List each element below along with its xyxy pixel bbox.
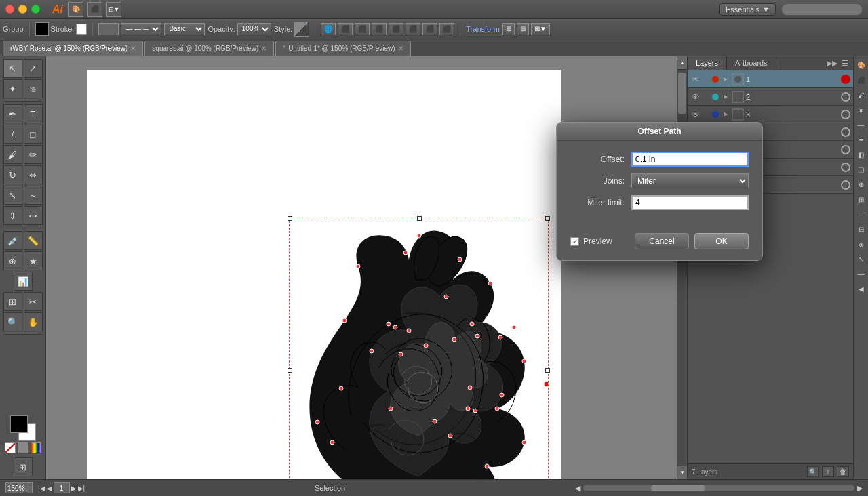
vertical-scrollbar[interactable]: ▲ ▼ — [677, 56, 687, 479]
layer-target-1[interactable] — [841, 75, 850, 84]
align-btn[interactable]: ⬛ — [338, 23, 353, 35]
gradient-btn[interactable]: ◧ — [855, 148, 867, 161]
tab-rwby-close[interactable]: ✕ — [130, 45, 136, 52]
add-layer-btn[interactable]: + — [822, 466, 834, 477]
layer-target-3[interactable] — [841, 110, 850, 119]
layer-target-5[interactable] — [841, 145, 850, 154]
globe-btn[interactable]: 🌐 — [321, 23, 336, 35]
scroll-left-btn[interactable]: ◀ — [575, 484, 580, 493]
nav-first-btn[interactable]: |◀ — [38, 484, 45, 492]
gray-swatch[interactable] — [18, 442, 28, 453]
transparency-btn[interactable]: ◫ — [855, 163, 867, 175]
miter-input[interactable] — [631, 195, 749, 210]
reflect-tool[interactable]: ⇔ — [24, 165, 43, 184]
slice-tool[interactable]: ✂ — [24, 292, 43, 311]
layer-row-3[interactable]: 👁 ▶ 3 — [688, 106, 853, 123]
style-swatch[interactable] — [294, 22, 309, 37]
rotate-tool[interactable]: ↻ — [3, 165, 22, 184]
transform-link[interactable]: Transform — [466, 25, 500, 33]
stroke-width-input[interactable] — [98, 23, 119, 35]
column-graph-tool[interactable]: 📊 — [14, 272, 33, 291]
layer-expand-1[interactable]: ▶ — [722, 76, 730, 82]
layers-tab[interactable]: Layers — [688, 56, 727, 70]
arrange-icon[interactable]: ⊞▼ — [106, 2, 121, 17]
preview-checkbox[interactable]: ✓ — [570, 237, 579, 246]
color-swatch[interactable] — [31, 442, 41, 453]
symbol-tool[interactable]: ★ — [24, 251, 43, 270]
align2-btn[interactable]: ⬛ — [355, 23, 370, 35]
stroke-panel-btn[interactable]: ✒ — [855, 133, 867, 146]
scroll-down[interactable]: ▼ — [677, 466, 687, 479]
stroke-swatch[interactable] — [76, 24, 87, 35]
warp-tool[interactable]: ~ — [24, 186, 43, 205]
layer-target-6[interactable] — [841, 163, 850, 172]
layer-expand-3[interactable]: ▶ — [722, 111, 730, 117]
color-panel-btn[interactable]: 🎨 — [855, 59, 867, 71]
lasso-tool[interactable]: ⌾ — [24, 79, 43, 98]
pen-tool[interactable]: ✒ — [3, 104, 22, 123]
layer-visibility-3[interactable]: 👁 — [690, 110, 701, 119]
tab-untitled-close[interactable]: ✕ — [398, 45, 403, 52]
edit-toolbar-btn[interactable]: ⊞ — [14, 457, 33, 476]
scroll-thumb[interactable] — [678, 73, 686, 114]
maximize-button[interactable] — [31, 5, 40, 14]
joins-select[interactable]: Miter Round Bevel — [631, 173, 749, 188]
stroke-profile-select[interactable]: — — — — [121, 23, 161, 35]
panel-forward-btn[interactable]: ▶▶ — [825, 59, 840, 68]
pencil-tool[interactable]: ✏ — [24, 145, 43, 164]
close-button[interactable] — [5, 5, 14, 14]
graphic-styles-btn[interactable]: ⊞ — [855, 193, 867, 205]
cancel-button[interactable]: Cancel — [635, 233, 689, 249]
none-swatch[interactable] — [5, 442, 16, 453]
align6-btn[interactable]: ⬛ — [422, 23, 437, 35]
search-bar[interactable] — [781, 3, 863, 16]
transform-btn3[interactable]: ⊞▼ — [531, 23, 550, 35]
align7-btn[interactable]: ⬛ — [439, 23, 454, 35]
hand-tool[interactable]: ✋ — [24, 312, 43, 331]
bridge-icon[interactable]: ⬛ — [87, 2, 102, 17]
measure-tool[interactable]: 📏 — [24, 231, 43, 250]
type-tool[interactable]: T — [24, 104, 43, 123]
layer-expand-2[interactable]: ▶ — [722, 94, 730, 100]
canvas-area[interactable]: ▲ ▼ — [46, 56, 687, 479]
direct-select-tool[interactable]: ↗ — [24, 59, 43, 78]
appearance-btn[interactable]: ⊕ — [855, 178, 867, 190]
blend-mode-select[interactable]: Basic — [164, 23, 205, 35]
pathfinder-btn[interactable]: ◈ — [855, 238, 867, 250]
align4-btn[interactable]: ⬛ — [389, 23, 403, 35]
h-scroll-thumb[interactable] — [651, 485, 705, 491]
delete-layer-btn[interactable]: 🗑 — [837, 466, 849, 477]
scroll-right-btn[interactable]: ▶ — [857, 484, 863, 493]
align-panel-btn[interactable]: ⊟ — [855, 223, 867, 235]
fill-stroke-swatches[interactable] — [10, 415, 36, 441]
fill-swatch[interactable] — [35, 22, 49, 36]
transform-btn1[interactable]: ⊞ — [502, 23, 515, 35]
layer-row-1[interactable]: 👁 ▶ 1 — [688, 70, 853, 88]
brushes-btn[interactable]: 🖌 — [855, 89, 867, 101]
layer-visibility-1[interactable]: 👁 — [690, 75, 701, 84]
nav-prev-btn[interactable]: ◀ — [47, 484, 52, 492]
offset-input[interactable] — [631, 152, 749, 167]
search-layers-btn[interactable]: 🔍 — [807, 466, 819, 477]
layer-row-2[interactable]: 👁 ▶ 2 — [688, 88, 853, 106]
layer-visibility-2[interactable]: 👁 — [690, 92, 701, 102]
eyedropper-tool[interactable]: 💉 — [3, 231, 22, 250]
symbols-btn[interactable]: ★ — [855, 104, 867, 116]
rect-tool[interactable]: □ — [24, 125, 43, 144]
workspace-button[interactable]: Essentials ▼ — [719, 3, 776, 16]
zoom-input[interactable] — [5, 482, 33, 493]
nav-next-btn[interactable]: ▶ — [71, 484, 77, 492]
layer-target-4[interactable] — [841, 127, 850, 137]
tab-squares[interactable]: squares.ai @ 100% (RGB/Preview) ✕ — [144, 41, 274, 56]
blend-tool[interactable]: ⊕ — [3, 251, 22, 270]
artboard-tool[interactable]: ⊞ — [3, 292, 22, 311]
fill-color-swatch[interactable] — [10, 415, 28, 433]
minimize-button[interactable] — [18, 5, 27, 14]
freeform-tool[interactable]: ⋯ — [24, 206, 43, 225]
transform-panel-btn[interactable]: ⤡ — [855, 253, 867, 265]
nav-last-btn[interactable]: ▶| — [78, 484, 85, 492]
horizontal-scrollbar[interactable] — [583, 485, 854, 491]
layer-target-2[interactable] — [841, 92, 850, 102]
layer-target-test[interactable] — [841, 180, 850, 190]
artboards-tab[interactable]: Artboards — [727, 56, 776, 70]
